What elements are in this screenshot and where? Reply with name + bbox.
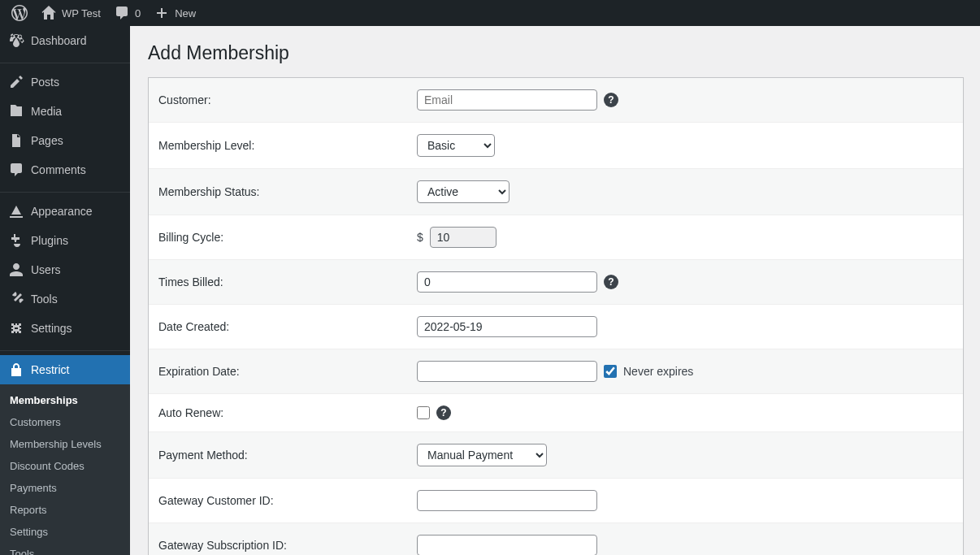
date-created-label: Date Created:: [157, 320, 417, 333]
row-auto-renew: Auto Renew: ?: [149, 394, 963, 432]
menu-posts-label: Posts: [31, 76, 59, 89]
expiration-input[interactable]: [417, 361, 597, 382]
wp-logo-menu[interactable]: [5, 0, 34, 26]
menu-separator: [0, 347, 130, 351]
menu-pages[interactable]: Pages: [0, 126, 130, 155]
media-icon: [8, 103, 24, 119]
menu-plugins-label: Plugins: [31, 234, 68, 247]
submenu-discounts[interactable]: Discount Codes: [0, 455, 130, 477]
menu-pages-label: Pages: [31, 134, 63, 147]
menu-posts[interactable]: Posts: [0, 67, 130, 97]
restrict-submenu: Memberships Customers Membership Levels …: [0, 384, 130, 555]
gateway-subscription-label: Gateway Subscription ID:: [157, 539, 417, 552]
row-payment-method: Payment Method: Manual Payment: [149, 432, 963, 479]
admin-bar: WP Test 0 New: [0, 0, 980, 26]
submenu-memberships[interactable]: Memberships: [0, 389, 130, 411]
menu-restrict[interactable]: Restrict: [0, 355, 130, 384]
posts-icon: [8, 74, 24, 90]
billing-cycle-label: Billing Cycle:: [157, 231, 417, 244]
gateway-subscription-input[interactable]: [417, 535, 597, 555]
times-billed-input[interactable]: [417, 271, 597, 293]
submenu-settings[interactable]: Settings: [0, 521, 130, 543]
status-label: Membership Status:: [157, 185, 417, 198]
menu-plugins[interactable]: Plugins: [0, 226, 130, 255]
currency-symbol: $: [417, 231, 423, 244]
comments-count: 0: [135, 7, 141, 20]
never-expires-label: Never expires: [623, 365, 693, 378]
membership-form: Customer: ? Membership Level: Basic Memb…: [148, 77, 964, 555]
wordpress-icon: [11, 5, 28, 21]
expiration-label: Expiration Date:: [157, 365, 417, 378]
billing-amount-input[interactable]: [430, 227, 497, 248]
plugins-icon: [8, 232, 24, 249]
dashboard-icon: [8, 33, 24, 49]
comments-icon: [8, 162, 24, 178]
submenu-reports[interactable]: Reports: [0, 499, 130, 521]
submenu-customers[interactable]: Customers: [0, 411, 130, 433]
menu-media-label: Media: [31, 105, 62, 118]
gateway-customer-label: Gateway Customer ID:: [157, 494, 417, 507]
help-icon[interactable]: ?: [604, 275, 618, 289]
home-icon: [41, 5, 57, 21]
date-created-input[interactable]: [417, 316, 597, 337]
row-expiration: Expiration Date: Never expires: [149, 349, 963, 394]
main-content: Add Membership Customer: ? Membership Le…: [130, 26, 980, 555]
menu-dashboard-label: Dashboard: [31, 34, 87, 47]
level-label: Membership Level:: [157, 139, 417, 152]
page-title: Add Membership: [148, 42, 964, 64]
menu-tools[interactable]: Tools: [0, 284, 130, 314]
menu-settings[interactable]: Settings: [0, 314, 130, 343]
pages-icon: [8, 132, 24, 149]
times-billed-label: Times Billed:: [157, 275, 417, 288]
lock-icon: [8, 362, 24, 378]
menu-restrict-label: Restrict: [31, 363, 69, 376]
submenu-payments[interactable]: Payments: [0, 477, 130, 499]
level-select[interactable]: Basic: [417, 134, 495, 157]
help-icon[interactable]: ?: [604, 93, 618, 107]
menu-appearance-label: Appearance: [31, 205, 93, 218]
menu-comments-label: Comments: [31, 163, 86, 176]
new-label: New: [175, 7, 196, 20]
menu-separator: [0, 59, 130, 63]
row-customer: Customer: ?: [149, 78, 963, 123]
auto-renew-checkbox[interactable]: [417, 406, 430, 419]
tools-icon: [8, 291, 24, 307]
comment-icon: [114, 5, 130, 21]
never-expires-checkbox[interactable]: [604, 365, 617, 378]
payment-method-select[interactable]: Manual Payment: [417, 444, 547, 466]
status-select[interactable]: Active: [417, 180, 510, 203]
admin-sidebar: Dashboard Posts Media Pages Comments App…: [0, 26, 130, 555]
appearance-icon: [8, 203, 24, 219]
menu-users[interactable]: Users: [0, 255, 130, 284]
menu-users-label: Users: [31, 263, 61, 276]
row-gateway-subscription: Gateway Subscription ID:: [149, 523, 963, 555]
row-gateway-customer: Gateway Customer ID:: [149, 479, 963, 523]
customer-input[interactable]: [417, 89, 597, 111]
menu-separator: [0, 189, 130, 193]
comments-link[interactable]: 0: [107, 0, 147, 26]
submenu-tools[interactable]: Tools: [0, 543, 130, 555]
payment-method-label: Payment Method:: [157, 449, 417, 462]
row-date-created: Date Created:: [149, 305, 963, 349]
row-status: Membership Status: Active: [149, 169, 963, 215]
menu-media[interactable]: Media: [0, 97, 130, 126]
menu-dashboard[interactable]: Dashboard: [0, 26, 130, 55]
customer-label: Customer:: [157, 93, 417, 106]
settings-icon: [8, 320, 24, 336]
auto-renew-label: Auto Renew:: [157, 406, 417, 419]
help-icon[interactable]: ?: [436, 405, 451, 420]
site-name-text: WP Test: [62, 7, 101, 20]
plus-icon: [154, 5, 170, 21]
submenu-levels[interactable]: Membership Levels: [0, 433, 130, 455]
menu-settings-label: Settings: [31, 322, 72, 335]
new-content-link[interactable]: New: [147, 0, 202, 26]
menu-appearance[interactable]: Appearance: [0, 197, 130, 226]
menu-tools-label: Tools: [31, 293, 58, 306]
site-name-link[interactable]: WP Test: [34, 0, 107, 26]
gateway-customer-input[interactable]: [417, 490, 597, 511]
users-icon: [8, 262, 24, 278]
menu-comments[interactable]: Comments: [0, 155, 130, 184]
row-level: Membership Level: Basic: [149, 123, 963, 169]
row-billing-cycle: Billing Cycle: $: [149, 215, 963, 260]
row-times-billed: Times Billed: ?: [149, 260, 963, 305]
